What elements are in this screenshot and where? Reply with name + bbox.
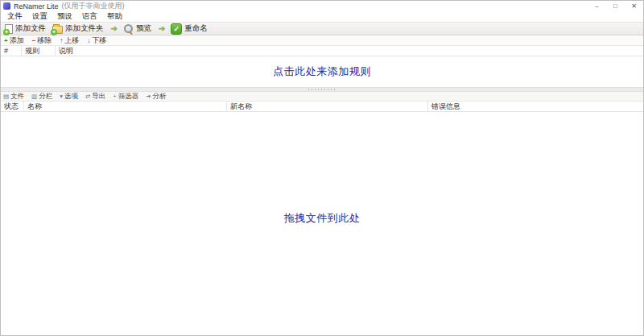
drop-files-hint: 拖拽文件到此处 bbox=[284, 211, 361, 226]
columns-icon: ▥ bbox=[31, 93, 37, 100]
add-folder-icon: + bbox=[52, 26, 63, 34]
filter-button[interactable]: + 筛选器 bbox=[113, 92, 138, 102]
analyze-arrow-icon: ➜ bbox=[146, 93, 151, 100]
main-toolbar: + 添加文件 + 添加文件夹 ➔ 预览 ➔ ✓ 重命名 bbox=[1, 22, 643, 35]
menu-bar: 文件 设置 预设 语言 帮助 bbox=[1, 11, 643, 22]
rules-col-description[interactable]: 说明 bbox=[56, 46, 643, 56]
rules-header: # 规则 说明 bbox=[1, 46, 643, 56]
rules-empty-area[interactable]: 点击此处来添加规则 bbox=[1, 56, 643, 87]
rule-add-button[interactable]: + 添加 bbox=[4, 35, 24, 46]
preview-magnifier-icon bbox=[123, 23, 134, 34]
export-button[interactable]: ⇄ 导出 bbox=[85, 92, 105, 102]
renamer-window: ReNamer Lite (仅用于非商业使用) – □ ✕ 文件 设置 预设 语… bbox=[0, 0, 644, 336]
files-toolbar: ▤ 文件 ▥ 分栏 ▾ 选项 ⇄ 导出 + 筛选器 ➜ 分析 bbox=[1, 92, 643, 102]
rule-add-label: 添加 bbox=[10, 35, 24, 46]
add-files-label: 添加文件 bbox=[15, 23, 46, 34]
close-button[interactable]: ✕ bbox=[625, 1, 643, 11]
rename-label: 重命名 bbox=[184, 23, 208, 34]
rule-remove-button[interactable]: − 移除 bbox=[32, 35, 52, 46]
app-icon bbox=[3, 2, 10, 10]
rule-move-down-label: 下移 bbox=[92, 35, 106, 46]
arrow-down-icon: ↓ bbox=[87, 37, 90, 44]
files-menu-label: 文件 bbox=[10, 92, 24, 102]
menu-language[interactable]: 语言 bbox=[77, 11, 102, 22]
rule-move-up-button[interactable]: ↑ 上移 bbox=[60, 35, 79, 46]
plus-badge-icon: + bbox=[51, 29, 57, 35]
flow-arrow-icon: ➔ bbox=[156, 24, 167, 33]
files-drop-area[interactable]: 拖拽文件到此处 bbox=[1, 112, 643, 335]
arrow-up-icon: ↑ bbox=[60, 37, 63, 44]
rule-move-up-label: 上移 bbox=[64, 35, 79, 46]
menu-help[interactable]: 帮助 bbox=[102, 11, 127, 22]
analyze-button[interactable]: ➜ 分析 bbox=[146, 92, 166, 102]
flow-arrow-icon: ➔ bbox=[109, 24, 120, 33]
add-folders-button[interactable]: + 添加文件夹 bbox=[51, 23, 107, 35]
rule-move-down-button[interactable]: ↓ 下移 bbox=[87, 35, 106, 46]
rename-check-icon: ✓ bbox=[171, 23, 182, 35]
rules-col-rule[interactable]: 规则 bbox=[22, 46, 56, 56]
columns-menu-label: 分栏 bbox=[39, 92, 52, 102]
menu-presets[interactable]: 预设 bbox=[52, 11, 77, 22]
maximize-button[interactable]: □ bbox=[606, 1, 625, 11]
license-note: (仅用于非商业使用) bbox=[62, 1, 125, 11]
minus-icon: − bbox=[32, 37, 36, 44]
filter-label: 筛选器 bbox=[118, 92, 139, 102]
options-menu-button[interactable]: ▾ 选项 bbox=[60, 92, 78, 102]
add-file-icon: + bbox=[5, 24, 13, 34]
add-files-button[interactable]: + 添加文件 bbox=[3, 23, 49, 35]
preview-button[interactable]: 预览 bbox=[122, 23, 155, 35]
files-col-name[interactable]: 名称 bbox=[24, 102, 227, 111]
files-header: 状态 名称 新名称 错误信息 bbox=[1, 102, 643, 112]
files-col-new-name[interactable]: 新名称 bbox=[227, 102, 428, 111]
options-menu-label: 选项 bbox=[64, 92, 78, 102]
rules-col-number[interactable]: # bbox=[1, 46, 22, 56]
file-icon: ▤ bbox=[3, 93, 9, 100]
splitter-grip-icon bbox=[308, 89, 336, 90]
add-rule-hint[interactable]: 点击此处来添加规则 bbox=[273, 64, 371, 79]
menu-file[interactable]: 文件 bbox=[2, 11, 27, 22]
menu-settings[interactable]: 设置 bbox=[27, 11, 52, 22]
add-folders-label: 添加文件夹 bbox=[65, 23, 104, 34]
export-icon: ⇄ bbox=[85, 93, 90, 100]
rename-button[interactable]: ✓ 重命名 bbox=[169, 23, 211, 35]
export-label: 导出 bbox=[92, 92, 105, 102]
columns-menu-button[interactable]: ▥ 分栏 bbox=[31, 92, 52, 102]
rules-toolbar: + 添加 − 移除 ↑ 上移 ↓ 下移 bbox=[1, 35, 643, 46]
minimize-button[interactable]: – bbox=[588, 1, 606, 11]
rule-remove-label: 移除 bbox=[37, 35, 52, 46]
chevron-down-icon: ▾ bbox=[60, 93, 63, 100]
filter-icon: + bbox=[113, 93, 116, 100]
analyze-label: 分析 bbox=[152, 92, 166, 102]
preview-label: 预览 bbox=[136, 23, 151, 34]
plus-icon: + bbox=[4, 37, 8, 44]
window-title: ReNamer Lite bbox=[14, 2, 59, 10]
plus-badge-icon: + bbox=[3, 29, 10, 35]
titlebar: ReNamer Lite (仅用于非商业使用) – □ ✕ bbox=[1, 1, 643, 11]
files-menu-button[interactable]: ▤ 文件 bbox=[3, 92, 24, 102]
files-col-status[interactable]: 状态 bbox=[1, 102, 24, 111]
files-col-error[interactable]: 错误信息 bbox=[428, 102, 643, 111]
